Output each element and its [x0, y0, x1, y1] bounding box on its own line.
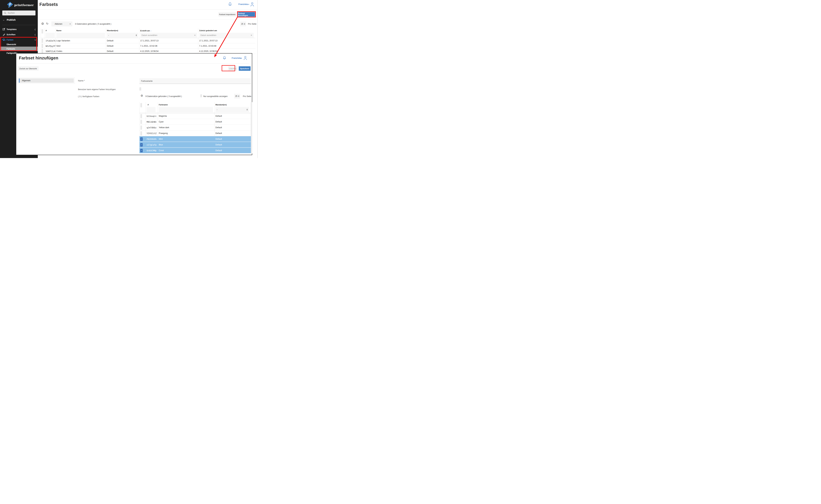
cell-modified: 7.1.2021, 10:43:48 — [199, 45, 216, 47]
sidebar-item-farbsets[interactable]: Farbsets — [0, 47, 38, 51]
tab-allgemein[interactable]: Allgemein — [19, 78, 74, 83]
date-placeholder: Datum auswählen — [200, 34, 216, 36]
column-header-farbname[interactable]: Farbname — [159, 104, 168, 106]
add-farbset-button[interactable]: Farbset hinzufügen — [238, 12, 255, 17]
header-divider — [38, 9, 257, 10]
farbname-filter-input[interactable] — [159, 107, 213, 112]
column-header-mandant[interactable]: Mandant(en) — [215, 104, 227, 106]
sidebar-subitem-label: Farbsets — [7, 48, 15, 50]
column-header-modified[interactable]: Zuletzt geändert am — [199, 30, 217, 32]
cell-mandant: Default — [215, 138, 222, 140]
clear-icon[interactable]: ✕ — [194, 34, 196, 36]
dialog-page-size-select[interactable]: 25 — [234, 94, 240, 99]
back-to-publish[interactable]: ← Publish — [3, 18, 16, 21]
table-row[interactable]: ✓oI7gCafpBlueDefault — [139, 142, 251, 148]
cell-mandant: Default — [215, 149, 222, 152]
cell-id: PBZO9UOh — [147, 138, 156, 140]
select-all-checkbox[interactable] — [140, 103, 142, 107]
column-header-id[interactable]: # — [148, 104, 149, 106]
row-checkbox[interactable] — [42, 49, 43, 53]
table-row[interactable]: Y3YXIitZPraegungDefault — [139, 130, 251, 136]
results-count: 3 Datensätze gefunden ( 0 ausgewählt ) — [75, 23, 111, 25]
table-row[interactable]: ✓6n6UCMMpCoralDefault — [139, 148, 251, 153]
sidebar-item-uebersicht[interactable]: Übersicht — [0, 42, 38, 47]
user-avatar-icon[interactable] — [250, 2, 254, 7]
spinner-icon — [244, 23, 245, 25]
check-icon: ✓ — [141, 150, 142, 152]
table-row[interactable]: W3cPpy3fSet2Default7.1.2021, 10:42:367.1… — [41, 43, 255, 49]
user-name[interactable]: Franziska — [232, 57, 241, 59]
date-placeholder: Datum auswählen — [141, 34, 157, 36]
sidebar-subitem-label: Übersicht — [7, 43, 16, 46]
column-header-name[interactable]: Name — [56, 30, 61, 32]
row-checkbox[interactable] — [140, 126, 142, 130]
clear-icon[interactable]: ✕ — [250, 34, 252, 36]
name-filter-input[interactable] — [56, 33, 105, 38]
check-icon: ✓ — [141, 138, 142, 140]
cell-name: Logo Varianten — [56, 40, 70, 42]
row-checkbox[interactable] — [42, 39, 43, 43]
settings-gear-icon[interactable]: ⚙ — [41, 22, 44, 26]
id-filter-input[interactable] — [147, 107, 155, 112]
cell-created: 4.12.2020, 10:56:54 — [140, 50, 158, 52]
row-checkbox-checked[interactable]: ✓ — [140, 137, 143, 141]
created-date-filter[interactable]: Datum auswählen ✕ — [140, 33, 197, 38]
user-avatar-icon[interactable] — [243, 56, 247, 60]
save-button[interactable]: Speichern — [239, 66, 250, 71]
cell-id: 6n6UCMMp — [147, 149, 156, 152]
only-selected-checkbox[interactable] — [200, 94, 202, 97]
notifications-bell-icon[interactable] — [222, 56, 226, 60]
sidebar-item-schriften[interactable]: Schriften ❮ — [0, 32, 38, 37]
refresh-icon[interactable]: ↻ — [46, 22, 48, 25]
sidebar-item-templates[interactable]: Templates ❮ — [0, 27, 38, 32]
column-header-id[interactable]: # — [46, 30, 47, 32]
search-placeholder: Suchen — [8, 12, 15, 14]
cell-id: MACxQnWv — [147, 121, 156, 123]
table-row[interactable]: MACxQnWvCyanDefault — [139, 119, 251, 125]
cell-farbname: Yellow dark — [159, 126, 169, 129]
mandant-filter-select[interactable]: - — [215, 107, 249, 112]
scrollbar-track[interactable] — [251, 102, 252, 153]
table-row[interactable]: GJJouqrcMagentaDefault — [139, 113, 251, 119]
sort-desc-arrow-icon: ↓ — [150, 30, 151, 32]
row-checkbox-checked[interactable]: ✓ — [140, 143, 143, 147]
check-icon: ✓ — [141, 144, 142, 146]
column-header-mandant[interactable]: Mandant(en) — [107, 30, 118, 32]
row-checkbox[interactable] — [42, 44, 43, 48]
modified-date-filter[interactable]: Datum auswählen ✕ — [199, 33, 254, 38]
delete-button[interactable]: Löschen — [228, 66, 237, 71]
row-checkbox[interactable] — [140, 131, 142, 135]
user-colors-checkbox[interactable] — [139, 87, 141, 91]
import-farbset-button[interactable]: Farbset importieren — [218, 12, 236, 17]
page-size-value: 25 — [241, 23, 243, 25]
template-icon — [2, 28, 6, 31]
user-caret-down-icon[interactable]: ▼ — [248, 4, 249, 5]
back-to-overview-button[interactable]: Zurück zur Übersicht — [18, 66, 39, 71]
page-size-select[interactable]: 25 — [240, 21, 246, 26]
user-caret-down-icon[interactable]: ▼ — [240, 57, 242, 59]
table-row[interactable]: qJnTdkbzYellow darkDefault — [139, 125, 251, 130]
select-all-checkbox[interactable] — [42, 29, 43, 33]
logo-text: printformer — [14, 3, 34, 7]
dialog-nav-panel: Allgemein — [18, 77, 75, 84]
user-name[interactable]: Franziska — [238, 3, 248, 5]
id-filter-input[interactable] — [45, 33, 55, 38]
sidebar-item-farben[interactable]: Farben ❮ — [0, 37, 38, 42]
cell-mandant: Default — [215, 121, 222, 123]
row-checkbox[interactable] — [140, 120, 142, 124]
row-checkbox[interactable] — [140, 114, 142, 118]
notifications-bell-icon[interactable] — [228, 2, 232, 7]
search-icon — [4, 12, 6, 14]
cell-modified: 17.1.2021, 20:57:13 — [199, 40, 217, 42]
table-row[interactable]: IfuO2e7GLogo VariantenDefault17.1.2021, … — [41, 38, 255, 43]
row-checkbox-checked[interactable]: ✓ — [140, 149, 143, 152]
table-row[interactable]: ✓PBZO9UOhMintDefault — [139, 136, 251, 142]
column-header-created[interactable]: Erstellt am ↓ — [140, 30, 151, 32]
cell-id: oI7gCafp — [147, 143, 156, 146]
mandant-filter-select[interactable]: - — [107, 33, 138, 38]
settings-gear-icon[interactable]: ⚙ — [140, 94, 143, 97]
search-input[interactable]: Suchen — [2, 11, 35, 15]
actions-dropdown[interactable]: Aktionen ▼ — [51, 21, 72, 26]
name-field[interactable]: Farbvariante — [139, 78, 251, 84]
printformer-logo-icon: P — [7, 1, 13, 8]
